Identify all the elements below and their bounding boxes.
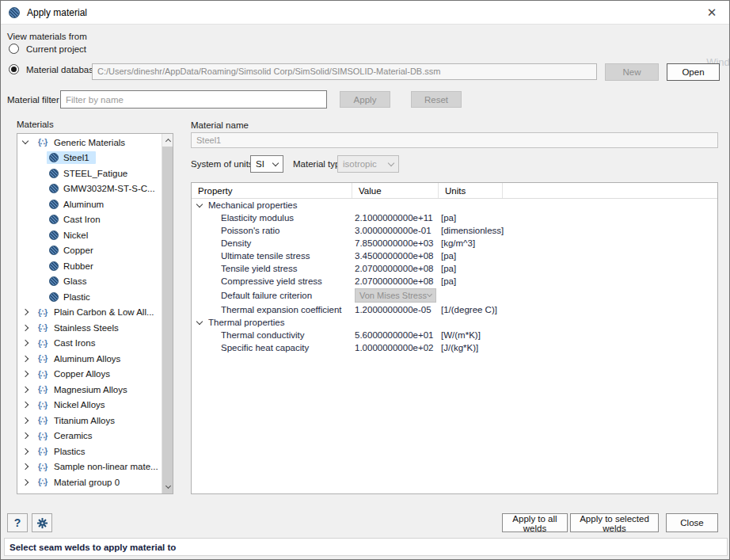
apply-to-all-welds-button[interactable]: Apply to all welds [502, 513, 568, 532]
property-units: [pa] [439, 251, 717, 261]
tree-row-inner: {∴}Titanium Alloys [33, 414, 121, 427]
chevron-right-icon[interactable] [22, 402, 29, 408]
tree-item-label: Titanium Alloys [54, 416, 115, 425]
property-value: 7.8500000000e+03 [352, 238, 439, 248]
tree-group-sample-non-linear-mate[interactable]: {∴}Sample non-linear mate... [17, 459, 161, 475]
material-group-icon: {∴} [36, 432, 49, 440]
property-name: Thermal expansion coefficient [192, 305, 352, 314]
tree-group-stainless-steels[interactable]: {∴}Stainless Steels [17, 320, 161, 336]
tree-item-plastic[interactable]: Plastic [17, 289, 161, 305]
open-database-button[interactable]: Open [667, 63, 720, 81]
materials-tree-panel: {∴}Generic MaterialsSteel1STEEL_FatigueG… [17, 133, 173, 494]
chevron-right-icon[interactable] [22, 417, 29, 424]
material-icon [49, 292, 59, 302]
chevron-right-icon[interactable] [22, 387, 29, 393]
material-icon [49, 169, 59, 178]
chevron-down-icon[interactable] [22, 138, 29, 144]
chevron-right-icon[interactable] [22, 479, 29, 486]
tree-item-label: Glass [63, 276, 86, 286]
tree-group-nickel-alloys[interactable]: {∴}Nickel Alloys [17, 398, 161, 413]
tree-row-inner: {∴}Cast Irons [33, 337, 101, 349]
chevron-down-icon [427, 291, 432, 297]
property-name: Thermal conductivity [192, 330, 352, 340]
property-units: [1/(degree C)] [439, 305, 717, 314]
dialog-title: Apply material [27, 7, 87, 18]
property-value: 1.0000000000e+02 [352, 343, 439, 352]
filter-reset-button[interactable]: Reset [411, 91, 462, 108]
tree-scrollbar[interactable] [162, 134, 173, 493]
column-header-units[interactable]: Units [439, 183, 503, 198]
radio-material-database-label: Material database [26, 65, 98, 74]
chevron-right-icon[interactable] [22, 448, 29, 455]
property-row-poisson-s-ratio: Poisson's ratio3.0000000000e-01[dimensio… [192, 224, 717, 237]
tree-item-steel1[interactable]: Steel1 [17, 150, 161, 166]
help-button[interactable]: ? [7, 513, 28, 532]
material-icon [49, 215, 59, 224]
scroll-up-icon[interactable] [162, 134, 173, 147]
radio-current-project[interactable]: Current project [9, 44, 86, 54]
radio-current-project-label: Current project [26, 44, 86, 54]
settings-button[interactable] [32, 513, 52, 532]
tree-group-aluminum-alloys[interactable]: {∴}Aluminum Alloys [17, 351, 161, 367]
tree-item-label: Copper Alloys [54, 369, 110, 379]
tree-item-gmw3032m-st-s-c[interactable]: GMW3032M-ST-S-C... [17, 181, 161, 197]
property-row-ultimate-tensile-stress: Ultimate tensile stress3.4500000000e+08[… [192, 250, 717, 262]
property-row-default-failure-criterion[interactable]: Default failure criterionVon Mises Stres… [192, 288, 717, 303]
tree-group-external-project-materials[interactable]: {∴}External Project Materials [17, 490, 161, 495]
tree-row-inner: {∴}Sample non-linear mate... [33, 460, 165, 473]
tree-item-glass[interactable]: Glass [17, 274, 161, 290]
new-database-button[interactable]: New [605, 63, 659, 81]
help-icon: ? [14, 516, 21, 529]
column-header-value[interactable]: Value [352, 183, 439, 198]
property-units: [kg/m^3] [439, 238, 717, 248]
close-icon[interactable]: ✕ [699, 3, 724, 22]
tree-group-cast-irons[interactable]: {∴}Cast Irons [17, 336, 161, 352]
chevron-down-icon[interactable] [196, 318, 203, 324]
tree-item-steel-fatigue[interactable]: STEEL_Fatigue [17, 166, 161, 181]
tree-item-nickel[interactable]: Nickel [17, 227, 161, 243]
chevron-right-icon[interactable] [22, 325, 29, 331]
tree-group-plain-carbon-low-all[interactable]: {∴}Plain Carbon & Low All... [17, 305, 161, 321]
property-units: [pa] [439, 264, 717, 273]
apply-to-selected-welds-button[interactable]: Apply to selected welds [570, 513, 659, 532]
close-button[interactable]: Close [666, 513, 718, 532]
chevron-right-icon[interactable] [22, 432, 29, 439]
tree-group-copper-alloys[interactable]: {∴}Copper Alloys [17, 367, 161, 383]
scroll-down-icon[interactable] [162, 481, 173, 493]
system-of-units-select[interactable]: SI [250, 155, 283, 173]
property-name-label: Poisson's ratio [221, 226, 279, 235]
property-name-label: Thermal conductivity [221, 330, 304, 340]
chevron-right-icon[interactable] [22, 356, 29, 362]
property-name-label: Compressive yield stress [221, 276, 322, 286]
material-filter-input[interactable] [60, 90, 327, 109]
tree-item-label: Rubber [63, 261, 93, 271]
tree-group-titanium-alloys[interactable]: {∴}Titanium Alloys [17, 413, 161, 429]
failure-criterion-value: Von Mises Stress [359, 291, 427, 300]
tree-item-label: GMW3032M-ST-S-C... [63, 184, 155, 193]
tree-row-inner: {∴}Copper Alloys [33, 368, 116, 380]
column-header-property[interactable]: Property [192, 183, 352, 198]
tree-item-cast-iron[interactable]: Cast Iron [17, 212, 161, 228]
chevron-right-icon[interactable] [22, 371, 29, 377]
tree-item-copper[interactable]: Copper [17, 243, 161, 259]
property-name: Tensile yield stress [192, 264, 352, 273]
tree-item-rubber[interactable]: Rubber [17, 258, 161, 274]
tree-row-inner: {∴}Stainless Steels [33, 322, 125, 334]
filter-apply-button[interactable]: Apply [340, 91, 390, 108]
radio-material-database[interactable]: Material database [9, 64, 98, 74]
tree-group-magnesium-alloys[interactable]: {∴}Magnesium Alloys [17, 382, 161, 398]
database-path-field[interactable]: C:/Users/dineshr/AppData/Roaming/Simsoli… [92, 63, 597, 80]
title-bar: Apply material [1, 1, 729, 25]
tree-group-ceramics[interactable]: {∴}Ceramics [17, 429, 161, 444]
tree-group-material-group-0[interactable]: {∴}Material group 0 [17, 474, 161, 490]
chevron-right-icon[interactable] [22, 463, 29, 470]
tree-group-generic-materials[interactable]: {∴}Generic Materials [17, 135, 161, 150]
tree-item-aluminum[interactable]: Aluminum [17, 196, 161, 212]
chevron-down-icon[interactable] [196, 200, 203, 207]
tree-item-label: Stainless Steels [54, 323, 119, 333]
chevron-right-icon[interactable] [22, 309, 29, 315]
view-materials-from-label: View materials from [7, 32, 87, 41]
chevron-right-icon[interactable] [22, 340, 29, 346]
tree-group-plastics[interactable]: {∴}Plastics [17, 444, 161, 459]
tree-row-inner: {∴}Material group 0 [33, 476, 126, 489]
